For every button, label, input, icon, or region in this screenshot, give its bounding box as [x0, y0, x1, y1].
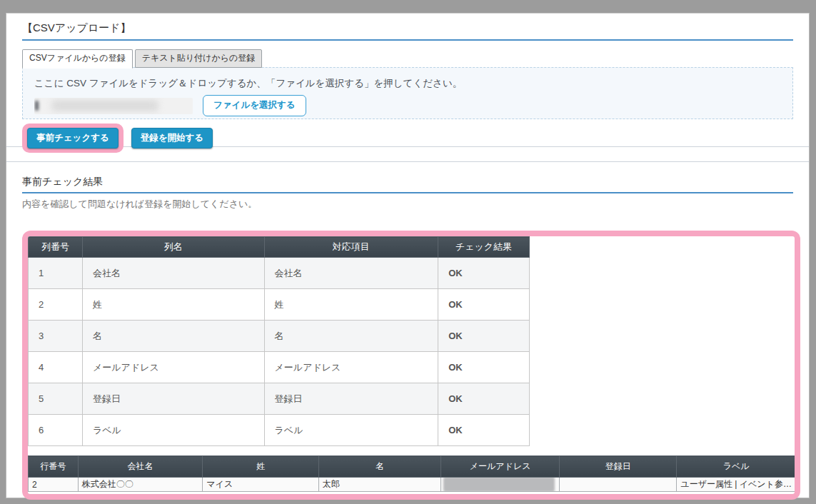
cell-check-result: OK: [438, 415, 530, 446]
preview-table-head: 行番号 会社名 姓 名 メールアドレス 登録日 ラベル: [29, 456, 795, 478]
precheck-results-section: 事前チェック結果 内容を確認して問題なければ登録を開始してください。 列番号 列…: [6, 162, 809, 500]
cell-mapped-item: 会社名: [264, 258, 438, 289]
cell-column-name: 姓: [82, 289, 264, 321]
cell-column-no: 6: [29, 415, 83, 446]
cell-column-name: ラベル: [82, 415, 264, 446]
check-table-head: 列番号 列名 対応項目 チェック結果: [29, 237, 530, 258]
csv-upload-page: { "upload": { "title": "【CSVアップロード】", "t…: [0, 0, 816, 504]
check-table-row: 1 会社名 会社名 OK: [29, 258, 530, 289]
data-preview-table: 行番号 会社名 姓 名 メールアドレス 登録日 ラベル 2: [28, 455, 795, 492]
preview-header-row-no: 行番号: [29, 456, 79, 478]
selected-filename-blurred: [34, 98, 193, 114]
check-header-column-no: 列番号: [29, 237, 83, 258]
cell-mapped-item: 姓: [264, 289, 438, 321]
results-highlight-box: 列番号 列名 対応項目 チェック結果 1 会社名 会社名 OK: [22, 231, 800, 500]
upload-tabs: CSVファイルからの登録 テキスト貼り付けからの登録: [22, 49, 793, 68]
content-card: 【CSVアップロード】 CSVファイルからの登録 テキスト貼り付けからの登録 こ…: [6, 13, 810, 498]
tab-csv-file[interactable]: CSVファイルからの登録: [22, 49, 133, 69]
check-table-row: 4 メールアドレス メールアドレス OK: [29, 352, 530, 383]
check-table-row: 6 ラベル ラベル OK: [29, 415, 530, 446]
preview-header-last-name: 姓: [203, 456, 318, 478]
cell-column-no: 5: [29, 383, 83, 415]
preview-table-body: 2 株式会社〇〇 マイス 太郎 ユーザー属性 | イベント参…: [29, 478, 795, 492]
precheck-button[interactable]: 事前チェックする: [27, 128, 119, 148]
cell-column-name: 登録日: [82, 383, 264, 415]
cell-registered-date: [560, 478, 677, 492]
results-description: 内容を確認して問題なければ登録を開始してください。: [22, 198, 793, 210]
dropzone-instruction: ここに CSV ファイルをドラッグ＆ドロップするか、「ファイルを選択する」を押し…: [34, 77, 781, 90]
preview-header-email: メールアドレス: [441, 456, 560, 478]
check-header-column-name: 列名: [82, 237, 264, 258]
preview-table-row: 2 株式会社〇〇 マイス 太郎 ユーザー属性 | イベント参…: [29, 478, 795, 492]
cell-check-result: OK: [438, 258, 530, 289]
cell-column-no: 4: [29, 352, 83, 383]
csv-dropzone[interactable]: ここに CSV ファイルをドラッグ＆ドロップするか、「ファイルを選択する」を押し…: [22, 67, 793, 119]
results-highlight-inner: 列番号 列名 対応項目 チェック結果 1 会社名 会社名 OK: [28, 236, 795, 494]
check-table-row: 2 姓 姓 OK: [29, 289, 530, 321]
precheck-highlight-ring: 事前チェックする: [22, 124, 124, 153]
csv-upload-section: 【CSVアップロード】 CSVファイルからの登録 テキスト貼り付けからの登録 こ…: [6, 14, 809, 147]
cell-email-blurred: [441, 478, 560, 492]
check-table-body: 1 会社名 会社名 OK 2 姓 姓 OK: [29, 258, 530, 446]
blur-smudge: [51, 100, 158, 111]
cell-column-name: メールアドレス: [82, 352, 264, 383]
cell-row-no: 2: [29, 478, 79, 492]
cell-column-no: 3: [29, 321, 83, 352]
check-header-mapped-item: 対応項目: [264, 237, 438, 258]
cell-check-result: OK: [438, 352, 530, 383]
cell-column-no: 1: [29, 258, 83, 289]
cell-column-name: 名: [82, 321, 264, 352]
cell-last-name: マイス: [203, 478, 318, 492]
cell-check-result: OK: [438, 383, 530, 415]
preview-header-first-name: 名: [318, 456, 440, 478]
tab-text-paste[interactable]: テキスト貼り付けからの登録: [135, 49, 263, 68]
blur-smudge: [35, 101, 39, 111]
cell-first-name: 太郎: [318, 478, 440, 492]
cell-mapped-item: 登録日: [264, 383, 438, 415]
cell-company: 株式会社〇〇: [78, 478, 203, 492]
cell-check-result: OK: [438, 289, 530, 321]
preview-header-label: ラベル: [677, 456, 795, 478]
cell-mapped-item: 名: [264, 321, 438, 352]
preview-header-registered-date: 登録日: [560, 456, 677, 478]
check-result-table: 列番号 列名 対応項目 チェック結果 1 会社名 会社名 OK: [28, 236, 530, 446]
page-title: 【CSVアップロード】: [22, 20, 793, 41]
cell-check-result: OK: [438, 321, 530, 352]
check-header-result: チェック結果: [438, 237, 530, 258]
cell-column-name: 会社名: [82, 258, 264, 289]
file-select-button[interactable]: ファイルを選択する: [203, 95, 306, 116]
register-start-button[interactable]: 登録を開始する: [131, 128, 213, 148]
cell-mapped-item: ラベル: [264, 415, 438, 446]
cell-mapped-item: メールアドレス: [264, 352, 438, 383]
cell-column-no: 2: [29, 289, 83, 321]
check-table-row: 3 名 名 OK: [29, 321, 530, 352]
preview-header-company: 会社名: [78, 456, 203, 478]
results-title: 事前チェック結果: [22, 175, 793, 193]
check-table-row: 5 登録日 登録日 OK: [29, 383, 530, 415]
cell-label: ユーザー属性 | イベント参…: [677, 478, 795, 492]
file-row: ファイルを選択する: [34, 95, 781, 116]
section-divider: [6, 147, 809, 162]
email-blur-box: [443, 478, 555, 492]
